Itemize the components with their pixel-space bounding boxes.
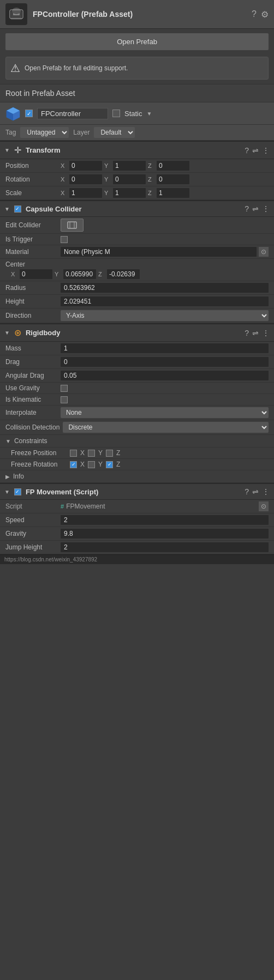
transform-menu-icon[interactable]: ⋮: [262, 146, 270, 155]
rotation-row: Rotation X Y Z: [0, 173, 274, 186]
pos-z-label: Z: [148, 162, 154, 169]
capsule-collapse-arrow[interactable]: ▼: [4, 206, 10, 212]
object-enabled-checkbox[interactable]: ✓: [25, 110, 33, 117]
is-kinematic-checkbox[interactable]: [61, 396, 68, 403]
capsule-menu-icon[interactable]: ⋮: [262, 204, 270, 213]
rigidbody-help-icon[interactable]: ?: [245, 329, 249, 337]
jump-height-input[interactable]: [61, 542, 269, 552]
freeze-pos-x-checkbox[interactable]: [70, 450, 77, 457]
constraints-label: Constraints: [14, 437, 47, 445]
drag-label: Drag: [5, 358, 57, 366]
capsule-enabled-checkbox[interactable]: ✓: [14, 205, 21, 213]
freeze-pos-y-checkbox[interactable]: [88, 450, 95, 457]
fp-movement-collapse-arrow[interactable]: ▼: [4, 489, 10, 495]
interpolate-label: Interpolate: [5, 409, 57, 416]
height-row: Height: [0, 295, 274, 308]
rot-z-label: Z: [148, 176, 154, 183]
rot-x-label: X: [61, 176, 67, 183]
collision-detection-label: Collision Detection: [5, 424, 59, 431]
fp-movement-enabled-checkbox[interactable]: ✓: [14, 488, 21, 495]
direction-row: Direction Y-Axis X-Axis Z-Axis: [0, 308, 274, 323]
fp-movement-menu-icon[interactable]: ⋮: [262, 487, 270, 496]
gravity-input[interactable]: [61, 529, 269, 539]
freeze-pos-z-checkbox[interactable]: [106, 450, 113, 457]
scale-x-input[interactable]: [69, 188, 102, 198]
speed-input[interactable]: [61, 515, 269, 525]
mass-row: Mass: [0, 342, 274, 355]
is-trigger-checkbox[interactable]: [61, 236, 68, 243]
transform-collapse-arrow[interactable]: ▼: [4, 147, 10, 153]
scale-z-input[interactable]: [157, 188, 189, 198]
info-arrow[interactable]: ▶: [5, 474, 10, 480]
rotation-y-input[interactable]: [113, 174, 146, 184]
warning-icon: ⚠: [10, 62, 20, 75]
fp-movement-settings-icon[interactable]: ⇌: [252, 487, 259, 496]
radius-input[interactable]: [61, 283, 269, 293]
rigidbody-collapse-arrow[interactable]: ▼: [4, 330, 10, 336]
help-icon[interactable]: ?: [252, 9, 257, 20]
static-dropdown-arrow[interactable]: ▼: [147, 111, 152, 117]
script-picker-button[interactable]: ⊙: [259, 501, 269, 511]
svg-rect-8: [68, 222, 76, 228]
rigidbody-title: Rigidbody: [26, 329, 240, 337]
position-x-input[interactable]: [69, 161, 102, 171]
interpolate-select[interactable]: None Interpolate Extrapolate: [61, 407, 269, 418]
use-gravity-row: Use Gravity: [0, 383, 274, 394]
capsule-actions: ? ⇌ ⋮: [245, 204, 270, 213]
freeze-rotation-items: ✓ X Y ✓ Z: [70, 461, 120, 468]
material-input[interactable]: [61, 247, 257, 257]
freeze-rot-z-axis: Z: [116, 461, 120, 468]
rigidbody-settings-icon[interactable]: ⇌: [252, 329, 259, 337]
freeze-rot-z-checkbox[interactable]: ✓: [106, 461, 113, 468]
scale-y-input[interactable]: [113, 188, 146, 198]
transform-settings-icon[interactable]: ⇌: [252, 146, 259, 155]
constraints-arrow[interactable]: ▼: [5, 438, 11, 444]
center-x-input[interactable]: [20, 269, 52, 279]
layer-dropdown[interactable]: Default: [94, 127, 135, 138]
static-checkbox[interactable]: [112, 110, 120, 117]
center-y-label: Y: [55, 271, 61, 277]
position-z-input[interactable]: [157, 161, 189, 171]
rigidbody-menu-icon[interactable]: ⋮: [262, 329, 270, 337]
collision-detection-select[interactable]: Discrete Continuous Continuous Dynamic C…: [63, 422, 269, 433]
freeze-pos-z-axis: Z: [116, 449, 120, 457]
center-z-input[interactable]: [107, 269, 140, 279]
angular-drag-input[interactable]: [61, 371, 269, 380]
rigidbody-icon: ⊛: [14, 328, 21, 338]
capsule-collider-title: Capsule Collider: [26, 205, 240, 213]
open-prefab-button[interactable]: Open Prefab: [5, 33, 269, 50]
material-picker-button[interactable]: ⊙: [259, 247, 269, 257]
position-y-input[interactable]: [113, 161, 146, 171]
jump-height-row: Jump Height: [0, 541, 274, 554]
tag-layer-row: Tag Untagged Layer Default: [0, 125, 274, 141]
radius-label: Radius: [5, 284, 57, 292]
capsule-settings-icon[interactable]: ⇌: [252, 204, 259, 213]
center-y-input[interactable]: [63, 269, 96, 279]
warning-box: ⚠ Open Prefab for full editing support.: [5, 57, 269, 80]
mass-input[interactable]: [61, 343, 269, 353]
fp-movement-help-icon[interactable]: ?: [245, 487, 249, 496]
header-title: FPController (Prefab Asset): [33, 10, 246, 19]
rotation-x-input[interactable]: [69, 174, 102, 184]
rotation-z-input[interactable]: [157, 174, 189, 184]
freeze-rot-y-checkbox[interactable]: [88, 461, 95, 468]
svg-point-2: [12, 8, 21, 14]
freeze-rotation-row: Freeze Rotation ✓ X Y ✓ Z: [0, 459, 274, 470]
object-name-input[interactable]: [37, 108, 108, 119]
transform-help-icon[interactable]: ?: [245, 146, 249, 155]
angular-drag-label: Angular Drag: [5, 372, 57, 379]
direction-select[interactable]: Y-Axis X-Axis Z-Axis: [61, 310, 269, 321]
capsule-help-icon[interactable]: ?: [245, 204, 249, 213]
freeze-rot-x-checkbox[interactable]: ✓: [70, 461, 77, 468]
scale-x-label: X: [61, 190, 67, 196]
radius-row: Radius: [0, 281, 274, 295]
rotation-fields: X Y Z: [61, 174, 269, 184]
settings-icon[interactable]: ⚙: [261, 9, 269, 20]
freeze-pos-y-axis: Y: [98, 449, 103, 457]
center-x-label: X: [11, 271, 17, 277]
height-input[interactable]: [61, 297, 269, 306]
drag-input[interactable]: [61, 357, 269, 367]
tag-dropdown[interactable]: Untagged: [20, 127, 69, 138]
use-gravity-checkbox[interactable]: [61, 385, 68, 392]
edit-collider-button[interactable]: [61, 219, 84, 232]
